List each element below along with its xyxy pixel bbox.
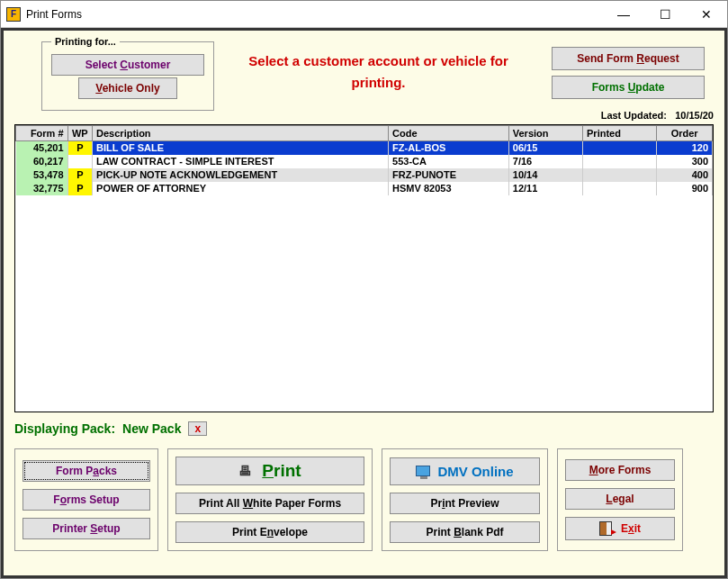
cell-order: 400 bbox=[657, 168, 713, 182]
form-packs-button[interactable]: Form Packs bbox=[22, 460, 150, 482]
pack-row: Displaying Pack: New Pack x bbox=[14, 421, 714, 436]
legal-button[interactable]: Legal bbox=[565, 488, 675, 510]
panel-print: 🖶 Print Print All White Paper Forms Prin… bbox=[167, 448, 373, 551]
cell-wp: P bbox=[67, 182, 92, 195]
cell-description: LAW CONTRACT - SIMPLE INTEREST bbox=[93, 155, 389, 168]
printer-setup-button[interactable]: Printer Setup bbox=[22, 518, 150, 539]
cell-wp: P bbox=[67, 141, 92, 156]
cell-version: 06/15 bbox=[508, 141, 582, 156]
cell-printed bbox=[583, 155, 657, 168]
col-printed[interactable]: Printed bbox=[583, 126, 657, 141]
cell-description: POWER OF ATTORNEY bbox=[93, 182, 389, 195]
table-row[interactable]: 32,775PPOWER OF ATTORNEYHSMV 8205312/119… bbox=[16, 182, 713, 195]
forms-update-button[interactable]: Forms Update bbox=[552, 76, 705, 99]
col-code[interactable]: Code bbox=[389, 126, 509, 141]
col-description[interactable]: Description bbox=[93, 126, 389, 141]
top-row: Printing for... Select Customer Vehicle … bbox=[14, 36, 714, 121]
exit-door-icon bbox=[599, 521, 612, 536]
forms-table: Form # WP Description Code Version Print… bbox=[15, 125, 713, 195]
cell-code: 553-CA bbox=[389, 155, 509, 168]
close-window-button[interactable]: ✕ bbox=[686, 1, 727, 28]
print-all-white-paper-button[interactable]: Print All White Paper Forms bbox=[175, 493, 364, 514]
bottom-panels: Form Packs Forms Setup Printer Setup 🖶 P… bbox=[14, 448, 714, 551]
minimize-button[interactable]: — bbox=[603, 1, 644, 28]
cell-printed bbox=[583, 182, 657, 195]
window-title: Print Forms bbox=[26, 8, 82, 21]
print-button[interactable]: 🖶 Print bbox=[175, 457, 364, 485]
pack-close-button[interactable]: x bbox=[188, 421, 207, 436]
content-area: Printing for... Select Customer Vehicle … bbox=[1, 28, 727, 578]
col-form-num[interactable]: Form # bbox=[16, 126, 68, 141]
cell-form-num: 60,217 bbox=[16, 155, 68, 168]
cell-order: 900 bbox=[657, 182, 713, 195]
cell-order: 300 bbox=[657, 155, 713, 168]
monitor-icon bbox=[416, 466, 430, 476]
printer-icon: 🖶 bbox=[238, 464, 251, 478]
send-form-request-button[interactable]: Send Form Request bbox=[552, 47, 705, 70]
cell-code: HSMV 82053 bbox=[389, 182, 509, 195]
exit-button[interactable]: Exit bbox=[565, 517, 675, 540]
col-order[interactable]: Order bbox=[657, 126, 713, 141]
titlebar: F Print Forms — ☐ ✕ bbox=[1, 1, 727, 28]
last-updated-label: Last Updated: bbox=[601, 110, 667, 121]
pack-label: Displaying Pack: bbox=[14, 421, 115, 436]
cell-order: 120 bbox=[657, 141, 713, 156]
cell-form-num: 45,201 bbox=[16, 141, 68, 156]
panel-more: More Forms Legal Exit bbox=[557, 448, 683, 551]
cell-version: 10/14 bbox=[508, 168, 582, 182]
panel-setup: Form Packs Forms Setup Printer Setup bbox=[14, 448, 158, 551]
instruction-text: Select a customer account or vehicle for… bbox=[223, 36, 534, 94]
cell-code: FRZ-PUNOTE bbox=[389, 168, 509, 182]
select-customer-button[interactable]: Select Customer bbox=[51, 54, 204, 76]
vehicle-only-button[interactable]: Vehicle Only bbox=[78, 77, 177, 99]
cell-wp: P bbox=[67, 168, 92, 182]
col-wp[interactable]: WP bbox=[67, 126, 92, 141]
printing-for-group: Printing for... Select Customer Vehicle … bbox=[41, 36, 214, 111]
print-forms-window: F Print Forms — ☐ ✕ Printing for... Sele… bbox=[0, 0, 728, 579]
more-forms-button[interactable]: More Forms bbox=[565, 459, 675, 481]
cell-code: FZ-AL-BOS bbox=[389, 141, 509, 156]
cell-description: BILL OF SALE bbox=[93, 141, 389, 156]
panel-preview: DMV Online Print Preview Print Blank Pdf bbox=[382, 448, 548, 551]
cell-printed bbox=[583, 141, 657, 156]
app-icon: F bbox=[6, 7, 21, 22]
forms-setup-button[interactable]: Forms Setup bbox=[22, 489, 150, 511]
print-preview-button[interactable]: Print Preview bbox=[390, 493, 540, 514]
table-row[interactable]: 53,478PPICK-UP NOTE ACKNOWLEDGEMENTFRZ-P… bbox=[16, 168, 713, 182]
table-header-row: Form # WP Description Code Version Print… bbox=[16, 126, 713, 141]
last-updated: Last Updated: 10/15/20 bbox=[543, 110, 714, 121]
cell-wp bbox=[67, 155, 92, 168]
last-updated-value: 10/15/20 bbox=[675, 110, 714, 121]
cell-version: 7/16 bbox=[508, 155, 582, 168]
print-blank-pdf-button[interactable]: Print Blank Pdf bbox=[390, 521, 540, 543]
pack-name: New Pack bbox=[122, 421, 181, 436]
cell-printed bbox=[583, 168, 657, 182]
dmv-online-button[interactable]: DMV Online bbox=[390, 457, 540, 485]
top-right-buttons: Send Form Request Forms Update Last Upda… bbox=[543, 36, 714, 121]
printing-for-legend: Printing for... bbox=[51, 36, 120, 47]
cell-form-num: 53,478 bbox=[16, 168, 68, 182]
cell-version: 12/11 bbox=[508, 182, 582, 195]
forms-table-wrap[interactable]: Form # WP Description Code Version Print… bbox=[14, 124, 714, 412]
maximize-button[interactable]: ☐ bbox=[644, 1, 686, 28]
col-version[interactable]: Version bbox=[508, 126, 582, 141]
cell-form-num: 32,775 bbox=[16, 182, 68, 195]
cell-description: PICK-UP NOTE ACKNOWLEDGEMENT bbox=[93, 168, 389, 182]
table-row[interactable]: 60,217LAW CONTRACT - SIMPLE INTEREST553-… bbox=[16, 155, 713, 168]
print-envelope-button[interactable]: Print Envelope bbox=[175, 521, 364, 543]
table-row[interactable]: 45,201PBILL OF SALEFZ-AL-BOS06/15120 bbox=[16, 141, 713, 156]
